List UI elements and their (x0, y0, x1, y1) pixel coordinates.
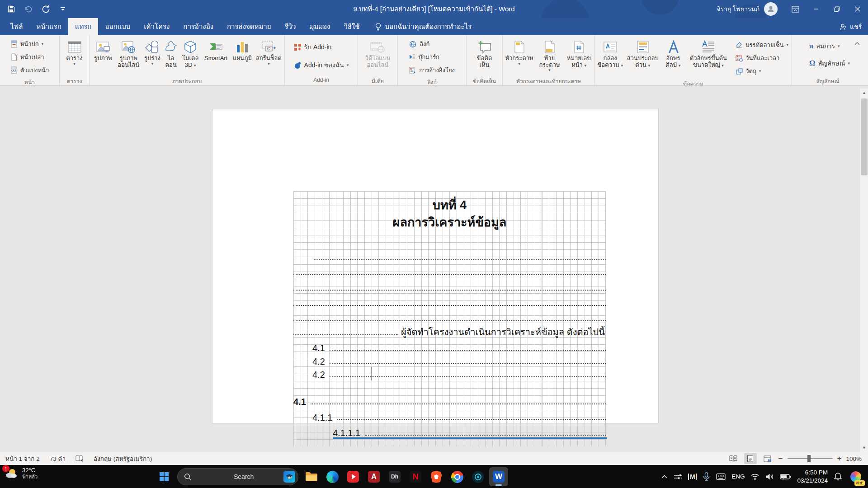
save-button[interactable] (6, 3, 16, 15)
scroll-down-button[interactable]: ▼ (860, 444, 868, 452)
clock[interactable]: 6:50 PM 03/21/2024 (797, 469, 828, 484)
tray-m-app-icon[interactable]: M (688, 473, 697, 480)
tab-insert[interactable]: แทรก (68, 18, 99, 35)
zoom-slider[interactable] (788, 458, 833, 459)
notification-bell-icon[interactable] (834, 472, 842, 481)
minimize-button[interactable] (806, 0, 826, 18)
adobe-app-icon[interactable]: A (364, 467, 383, 486)
web-layout-button[interactable] (761, 453, 774, 464)
avatar[interactable] (764, 2, 778, 16)
scrollbar-thumb[interactable] (861, 99, 868, 175)
signature-line-button[interactable]: บรรทัดลายเซ็น ▾ (734, 39, 790, 51)
my-addins-button[interactable]: Add-in ของฉัน ▾ (292, 59, 351, 71)
blank-page-button[interactable]: หน้าเปล่า (9, 52, 51, 63)
shapes-button[interactable]: รูปร่าง ▾ (142, 37, 163, 77)
drop-cap-button[interactable]: ตัวอักษรขึ้นต้น ขนาดใหญ่ ▾ (685, 37, 732, 80)
proofing-status-icon[interactable] (75, 455, 84, 462)
cover-page-button[interactable]: หน้าปก▾ (9, 38, 51, 50)
chart-button[interactable]: แผนภูมิ (230, 37, 255, 77)
tab-layout[interactable]: เค้าโครง (137, 18, 176, 35)
touch-keyboard-icon[interactable] (716, 473, 726, 480)
dropdown-icon: ▾ (194, 63, 196, 68)
edge-icon[interactable] (323, 467, 342, 486)
camera-app-icon[interactable] (468, 467, 487, 486)
red-media-app-icon[interactable] (344, 467, 363, 486)
input-language-indicator[interactable]: ENG (731, 473, 745, 480)
brave-icon[interactable] (427, 467, 446, 486)
dh-app-icon[interactable]: Dh (385, 467, 404, 486)
dropdown-icon: ▾ (759, 69, 761, 73)
quick-parts-button[interactable]: ส่วนประกอบ ด่วน ▾ (624, 37, 661, 80)
language-indicator[interactable]: อังกฤษ (สหรัฐอเมริกา) (94, 454, 152, 464)
pictures-button[interactable]: รูปภาพ (91, 37, 115, 77)
close-button[interactable] (847, 0, 868, 18)
date-time-button[interactable]: วันที่และเวลา (734, 52, 790, 64)
file-explorer-icon[interactable] (302, 467, 321, 486)
header-button[interactable]: หัวกระดาษ ▾ (505, 37, 534, 77)
text-box-button[interactable]: กล่อง ข้อความ ▾ (596, 37, 624, 80)
microphone-icon[interactable] (703, 472, 710, 481)
share-button[interactable]: แชร์ (840, 18, 862, 35)
speaker-icon[interactable] (765, 473, 774, 480)
page-break-button[interactable]: ตัวแบ่งหน้า (9, 65, 51, 76)
smartart-button[interactable]: SmartArt (202, 37, 230, 77)
collapse-ribbon-button[interactable] (854, 42, 860, 45)
user-name[interactable]: จิรายุ โพธารมภ์ (717, 4, 760, 14)
equation-button[interactable]: π สมการ ▾ (807, 40, 852, 52)
word-count[interactable]: 73 คำ (50, 454, 66, 464)
tab-file[interactable]: ไฟล์ (4, 18, 29, 35)
footer-button[interactable]: ท้ายกระดาษ ▾ (534, 37, 565, 77)
link-button[interactable]: ลิงก์ (407, 38, 457, 50)
customize-qat-button[interactable] (58, 3, 68, 15)
screenshot-button[interactable]: สกรีนช็อต ▾ (255, 37, 283, 77)
cross-reference-button[interactable]: การอ้างอิงโยง (407, 65, 457, 76)
tab-mailings[interactable]: การส่งจดหมาย (220, 18, 278, 35)
comment-button[interactable]: ข้อคิด เห็น (477, 37, 492, 77)
vertical-scrollbar[interactable]: ▲ ▼ (859, 89, 868, 452)
undo-button[interactable] (24, 3, 33, 15)
zoom-in-button[interactable]: + (837, 454, 842, 463)
page-indicator[interactable]: หน้า 1 จาก 2 (5, 454, 40, 464)
battery-icon[interactable] (780, 474, 791, 480)
get-addins-button[interactable]: รับ Add-in (292, 41, 351, 53)
object-button[interactable]: วัตถุ ▾ (734, 66, 790, 77)
tray-equalizer-icon[interactable] (674, 473, 682, 480)
restore-button[interactable] (826, 0, 847, 18)
read-mode-button[interactable] (727, 453, 740, 464)
search-box[interactable]: Search (177, 468, 298, 485)
document-page[interactable]: บทที่ 4 ผลการวิเคราะห์ข้อมูล ผู้จัดทำโคร… (212, 109, 659, 423)
tab-help[interactable]: วิธีใช้ (337, 18, 366, 35)
scroll-up-button[interactable]: ▲ (860, 89, 868, 97)
chrome-icon[interactable] (448, 467, 467, 486)
word-taskbar-icon[interactable]: W (489, 467, 508, 486)
redo-button[interactable] (41, 3, 51, 15)
document-canvas[interactable]: บทที่ 4 ผลการวิเคราะห์ข้อมูล ผู้จัดทำโคร… (0, 86, 868, 452)
print-layout-button[interactable] (744, 453, 757, 464)
zoom-level[interactable]: 100% (846, 455, 862, 462)
online-pictures-button[interactable]: รูปภาพ ออนไลน์ (115, 37, 142, 77)
icons-button[interactable]: ไอ คอน (163, 37, 179, 77)
tab-home[interactable]: หน้าแรก (29, 18, 68, 35)
ribbon-display-options-button[interactable] (785, 0, 806, 18)
netflix-icon[interactable]: N (406, 467, 425, 486)
zoom-slider-thumb[interactable] (807, 455, 811, 462)
dropdown-icon: ▾ (42, 42, 44, 46)
tab-design[interactable]: ออกแบบ (98, 18, 137, 35)
tell-me-box[interactable]: บอกฉันว่าคุณต้องการทำอะไร (375, 18, 472, 35)
copilot-icon[interactable]: PRE (848, 469, 863, 484)
start-button[interactable] (155, 467, 174, 486)
tab-references[interactable]: การอ้างอิง (176, 18, 220, 35)
symbol-button[interactable]: Ω สัญลักษณ์ ▾ (807, 57, 852, 69)
tab-view[interactable]: มุมมอง (302, 18, 337, 35)
page-number-button[interactable]: หมายเลข หน้า ▾ (565, 37, 593, 77)
zoom-out-button[interactable]: − (778, 454, 783, 463)
3d-models-button[interactable]: โมเดล 3D ▾ (179, 37, 202, 77)
wordart-button[interactable]: อักษร ศิลป์ ▾ (661, 37, 684, 80)
bookmark-button[interactable]: บุ๊กมาร์ก (407, 52, 457, 63)
weather-widget[interactable]: 1 32°C ฟ้าหลัว (5, 467, 38, 480)
tab-review[interactable]: รีวิว (278, 18, 303, 35)
tray-chevron-up-icon[interactable] (661, 474, 668, 479)
table-button[interactable]: ตาราง ▾ (66, 37, 82, 77)
wifi-icon[interactable] (750, 473, 760, 480)
group-label-text: ข้อความ (595, 80, 792, 85)
